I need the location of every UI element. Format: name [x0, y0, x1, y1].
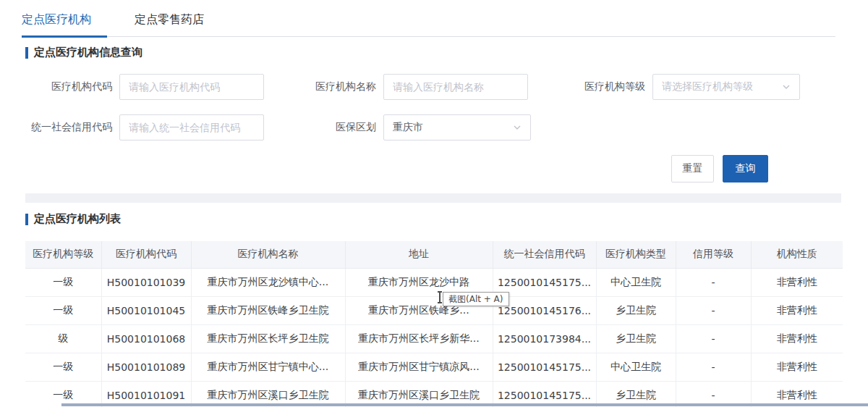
table-cell: H50010101068 — [101, 324, 191, 353]
column-header: 医疗机构类型 — [596, 241, 676, 268]
form-group-region: 医保区划 重庆市 — [275, 114, 531, 140]
org-level-label: 医疗机构等级 — [531, 80, 652, 93]
table-cell: 重庆市万州区甘宁镇中心... — [191, 353, 345, 381]
table-row[interactable]: 级H50010101068重庆市万州区长坪乡卫生院重庆市万州区长坪乡新华...1… — [25, 324, 843, 353]
table-cell: 重庆市万州区甘宁镇凉风... — [345, 353, 493, 381]
table-cell: 重庆市万州区长坪乡新华... — [345, 324, 493, 353]
table-cell: - — [676, 324, 751, 353]
table-cell: 一级 — [25, 353, 101, 381]
query-section-title-text: 定点医疗机构信息查询 — [34, 46, 142, 59]
screenshot-tooltip: 截图(Alt + A) — [443, 292, 509, 306]
column-header: 机构性质 — [751, 241, 843, 268]
table-cell: - — [676, 296, 751, 324]
column-header: 统一社会信用代码 — [493, 241, 596, 268]
table-row[interactable]: 一级H50010101089重庆市万州区甘宁镇中心...重庆市万州区甘宁镇凉风.… — [25, 353, 843, 381]
org-level-select-placeholder: 请选择医疗机构等级 — [662, 80, 753, 93]
query-section-title: 定点医疗机构信息查询 — [25, 46, 142, 59]
table-cell: 1250010173984... — [493, 324, 596, 353]
table-cell: 乡卫生院 — [596, 324, 676, 353]
table-row[interactable]: 一级H50010101045重庆市万州区铁峰乡卫生院重庆市万州区铁峰乡...12… — [25, 296, 843, 324]
table-cell: 乡卫生院 — [596, 296, 676, 324]
table-cell: 重庆市万州区长坪乡卫生院 — [191, 324, 345, 353]
column-header: 信用等级 — [676, 241, 751, 268]
column-header: 医疗机构等级 — [25, 241, 101, 268]
org-code-label: 医疗机构代码 — [25, 80, 119, 93]
form-group-org-level: 医疗机构等级 请选择医疗机构等级 — [531, 74, 800, 100]
table-cell: 一级 — [25, 296, 101, 324]
column-header: 地址 — [345, 241, 493, 268]
list-section-title-text: 定点医疗机构列表 — [34, 212, 121, 226]
section-title-bar — [25, 47, 28, 59]
org-code-input[interactable] — [119, 74, 264, 100]
tab-designated-retail-pharmacy[interactable]: 定点零售药店 — [135, 11, 204, 36]
table-cell: - — [676, 353, 751, 381]
form-group-org-code: 医疗机构代码 — [25, 74, 264, 100]
table-cell: 重庆市万州区铁峰乡卫生院 — [191, 296, 345, 324]
org-name-input[interactable] — [383, 74, 528, 100]
table-cell: 级 — [25, 324, 101, 353]
credit-code-label: 统一社会信用代码 — [25, 121, 119, 134]
tab-bar: 定点医疗机构 定点零售药店 — [22, 11, 835, 37]
chevron-down-icon — [513, 123, 522, 132]
table-cell: - — [676, 268, 751, 296]
section-title-bar — [25, 214, 28, 225]
table-cell: 重庆市万州区龙沙镇中心... — [191, 268, 345, 296]
table-cell: H50010101045 — [101, 296, 191, 324]
table-cell: 中心卫生院 — [596, 353, 676, 381]
column-header: 医疗机构代码 — [101, 241, 191, 268]
table-cell: H50010101089 — [101, 353, 191, 381]
reset-button[interactable]: 重置 — [671, 155, 714, 182]
table-header-row: 医疗机构等级医疗机构代码医疗机构名称地址统一社会信用代码医疗机构类型信用等级机构… — [25, 241, 843, 268]
chevron-down-icon — [782, 83, 791, 91]
divider-band — [25, 193, 841, 203]
credit-code-input[interactable] — [119, 114, 264, 140]
form-group-org-name: 医疗机构名称 — [275, 74, 528, 100]
table-cell: 非营利性 — [751, 353, 843, 381]
text-cursor-icon — [437, 291, 443, 303]
search-button[interactable]: 查询 — [723, 155, 768, 182]
table-body: 一级H50010101039重庆市万州区龙沙镇中心...重庆市万州区龙沙中路12… — [25, 268, 843, 407]
column-header: 医疗机构名称 — [191, 241, 345, 268]
form-group-credit-code: 统一社会信用代码 — [25, 114, 264, 140]
org-level-select[interactable]: 请选择医疗机构等级 — [652, 74, 800, 100]
table-cell: 1250010145175... — [493, 353, 596, 381]
table-cell: 非营利性 — [751, 268, 843, 296]
region-select[interactable]: 重庆市 — [383, 114, 531, 140]
institution-table: 医疗机构等级医疗机构代码医疗机构名称地址统一社会信用代码医疗机构类型信用等级机构… — [25, 241, 843, 407]
table-cell: 中心卫生院 — [596, 268, 676, 296]
region-select-value: 重庆市 — [393, 121, 423, 134]
form-actions: 重置 查询 — [671, 155, 768, 182]
table-cell: H50010101039 — [101, 268, 191, 296]
table-row[interactable]: 一级H50010101039重庆市万州区龙沙镇中心...重庆市万州区龙沙中路12… — [25, 268, 843, 296]
region-label: 医保区划 — [275, 121, 383, 134]
table-cell: 一级 — [25, 268, 101, 296]
list-section-title: 定点医疗机构列表 — [25, 212, 121, 226]
tab-designated-medical-institution[interactable]: 定点医疗机构 — [22, 11, 107, 36]
bottom-edge-line — [61, 403, 868, 406]
table-cell: 非营利性 — [751, 324, 843, 353]
org-name-label: 医疗机构名称 — [275, 80, 383, 93]
table-cell: 非营利性 — [751, 296, 843, 324]
